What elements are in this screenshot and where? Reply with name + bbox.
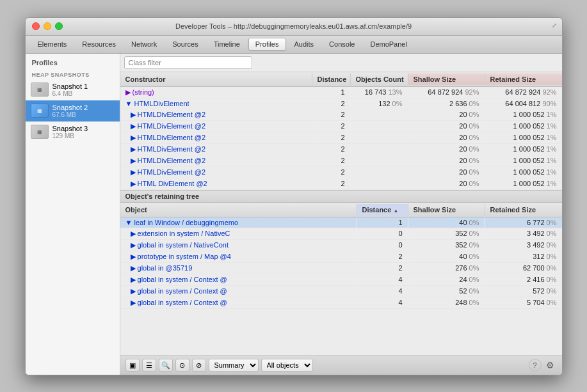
rtd-object: ▶ global in system / Context @ <box>120 286 357 297</box>
retaining-row[interactable]: ▶ prototype in system / Map @4 2 40 0% 3… <box>120 251 562 263</box>
tab-resources[interactable]: Resources <box>75 38 123 51</box>
td-objects <box>351 136 408 139</box>
sidebar-item-snapshot1[interactable]: ▦ Snapshot 1 6.4 MB <box>26 79 120 100</box>
retaining-row[interactable]: ▶ global in system / Context @ 4 24 0% 2… <box>120 274 562 286</box>
td-retained: 1 000 052 1% <box>485 132 562 143</box>
sidebar-title: Profiles <box>26 54 120 69</box>
rth-object[interactable]: Object <box>120 204 357 216</box>
summary-select[interactable]: Summary <box>209 359 259 372</box>
td-distance: 2 <box>312 144 351 154</box>
th-objects[interactable]: Objects Count <box>351 74 408 85</box>
table-row[interactable]: ▶ HTML DivElement @2 2 20 0% 1 000 052 1… <box>120 178 562 190</box>
all-objects-select[interactable]: All objects <box>261 359 313 372</box>
tab-sources[interactable]: Sources <box>165 38 205 51</box>
stop-button[interactable]: ⊘ <box>192 359 206 372</box>
rtd-object: ▶ global in system / Context @ <box>120 274 357 285</box>
snapshot1-info: Snapshot 1 6.4 MB <box>52 82 88 97</box>
td-retained: 1 000 052 1% <box>485 178 562 189</box>
rtd-distance: 0 <box>357 240 408 250</box>
tab-console[interactable]: Console <box>322 38 362 51</box>
table-row[interactable]: ▶ HTMLDivElement @2 2 20 0% 1 000 052 1% <box>120 121 562 132</box>
snapshot2-info: Snapshot 2 67.6 MB <box>52 104 88 118</box>
rtd-shallow: 52 0% <box>408 286 485 296</box>
td-constructor: ▶ HTMLDivElement @2 <box>120 155 312 166</box>
tab-demopanel[interactable]: DemoPanel <box>363 38 414 51</box>
td-retained: 64 872 924 92% <box>485 87 562 97</box>
td-constructor: ▶ HTMLDivElement @2 <box>120 144 312 155</box>
tab-network[interactable]: Network <box>124 38 164 51</box>
rth-distance[interactable]: Distance ▲ <box>357 204 408 216</box>
th-distance[interactable]: Distance <box>312 74 351 85</box>
search-button[interactable]: 🔍 <box>159 359 173 372</box>
record-icon: ▣ <box>129 361 136 370</box>
td-shallow: 20 0% <box>408 178 485 189</box>
retaining-row[interactable]: ▶ global in system / Context @ 4 248 0% … <box>120 297 562 309</box>
retaining-table-header: Object Distance ▲ Shallow Size Retained … <box>120 203 562 217</box>
th-shallow-label[interactable]: Shallow Size <box>414 75 456 83</box>
td-distance: 1 <box>312 87 351 97</box>
td-objects <box>351 148 408 150</box>
rtd-shallow: 352 0% <box>408 240 485 250</box>
tab-audits[interactable]: Audits <box>287 38 321 51</box>
sidebar: Profiles HEAP SNAPSHOTS ▦ Snapshot 1 6.4… <box>26 54 120 375</box>
th-shallow: Shallow Size <box>408 74 485 85</box>
rtd-retained: 3 492 0% <box>485 228 562 239</box>
rtd-object: ▼ leaf in Window / debuggingmemo <box>120 217 357 228</box>
rtd-distance: 0 <box>357 228 408 239</box>
td-constructor: ▶ HTMLDivElement @2 <box>120 121 312 132</box>
record-button[interactable]: ▣ <box>125 359 140 372</box>
rtd-shallow: 352 0% <box>408 228 485 239</box>
rtd-retained: 572 0% <box>485 286 562 296</box>
td-retained: 1 000 052 1% <box>485 155 562 166</box>
rtd-object: ▶ global in @35719 <box>120 263 357 274</box>
minimize-button[interactable] <box>44 22 51 30</box>
snapshot1-name: Snapshot 1 <box>52 82 88 90</box>
heap-table: Constructor Distance Objects Count Shall… <box>120 72 562 190</box>
td-distance: 2 <box>312 167 351 177</box>
td-objects: 16 743 13% <box>351 87 408 97</box>
retaining-row[interactable]: ▶ extension in system / NativeC 0 352 0%… <box>120 228 562 240</box>
rtd-distance: 2 <box>357 251 408 262</box>
table-row[interactable]: ▶ HTMLDivElement @2 2 20 0% 1 000 052 1% <box>120 167 562 178</box>
td-distance: 2 <box>312 178 351 189</box>
tab-profiles[interactable]: Profiles <box>248 38 286 51</box>
table-row[interactable]: ▼ HTMLDivElement 2 132 0% 2 636 0% 64 00… <box>120 98 562 109</box>
camera-button[interactable]: ⊙ <box>175 359 189 372</box>
retaining-row[interactable]: ▶ global in @35719 2 276 0% 62 700 0% <box>120 263 562 274</box>
th-constructor[interactable]: Constructor <box>120 74 312 85</box>
settings-button[interactable]: ⚙ <box>544 359 557 372</box>
sidebar-item-snapshot2[interactable]: ▦ Snapshot 2 67.6 MB <box>26 100 120 122</box>
retaining-table-body: ▼ leaf in Window / debuggingmemo 1 40 0%… <box>120 217 562 356</box>
th-retained-label[interactable]: Retained Size <box>490 75 536 83</box>
rtd-retained: 6 772 0% <box>485 217 562 228</box>
table-row[interactable]: ▶ (string) 1 16 743 13% 64 872 924 92% 6… <box>120 87 562 98</box>
maximize-button[interactable] <box>55 22 63 30</box>
rth-shallow[interactable]: Shallow Size <box>408 204 485 216</box>
class-filter-input[interactable] <box>124 56 252 69</box>
td-objects: 132 0% <box>351 98 408 109</box>
rth-retained[interactable]: Retained Size <box>485 204 562 216</box>
tab-timeline[interactable]: Timeline <box>207 38 247 51</box>
close-button[interactable] <box>32 22 40 30</box>
table-row[interactable]: ▶ HTMLDivElement @2 2 20 0% 1 000 052 1% <box>120 155 562 167</box>
td-shallow: 20 0% <box>408 167 485 177</box>
rtd-shallow: 276 0% <box>408 263 485 273</box>
sidebar-item-snapshot3[interactable]: ▦ Snapshot 3 129 MB <box>26 122 120 143</box>
table-row[interactable]: ▶ HTMLDivElement @2 2 20 0% 1 000 052 1% <box>120 144 562 155</box>
table-row[interactable]: ▶ HTMLDivElement @2 2 20 0% 1 000 052 1% <box>120 132 562 144</box>
snapshot2-icon: ▦ <box>31 104 49 118</box>
retaining-row[interactable]: ▼ leaf in Window / debuggingmemo 1 40 0%… <box>120 217 562 228</box>
sort-arrow-icon: ▲ <box>393 208 398 214</box>
devtools-window: Developer Tools – http://debuggingmemory… <box>25 17 563 375</box>
td-shallow: 20 0% <box>408 144 485 154</box>
td-distance: 2 <box>312 98 351 109</box>
help-button[interactable]: ? <box>529 359 542 372</box>
list-button[interactable]: ☰ <box>142 359 156 372</box>
table-row[interactable]: ▶ HTMLDivElement @2 2 20 0% 1 000 052 1% <box>120 109 562 121</box>
td-distance: 2 <box>312 109 351 120</box>
tab-elements[interactable]: Elements <box>31 38 74 51</box>
retaining-row[interactable]: ▶ global in system / NativeCont 0 352 0%… <box>120 240 562 251</box>
retaining-row[interactable]: ▶ global in system / Context @ 4 52 0% 5… <box>120 286 562 297</box>
main-area: Profiles HEAP SNAPSHOTS ▦ Snapshot 1 6.4… <box>26 54 562 375</box>
bottom-bar: ▣ ☰ 🔍 ⊙ ⊘ Summary <box>120 356 562 375</box>
